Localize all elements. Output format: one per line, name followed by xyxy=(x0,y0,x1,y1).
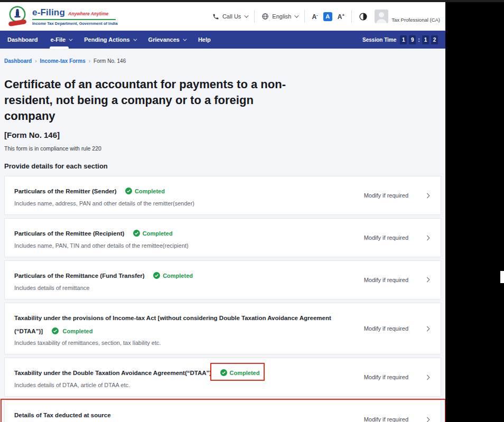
section-row-taxability-ita[interactable]: Taxability under the provisions of Incom… xyxy=(4,303,441,355)
govt-emblem-icon xyxy=(7,5,27,27)
nav-pending-actions[interactable]: Pending Actions xyxy=(78,31,142,49)
nav-grievances[interactable]: Grievances xyxy=(142,31,192,49)
section-description: Includes name, PAN, TIN and other detail… xyxy=(14,242,359,249)
section-title: Taxability under the Double Taxation Avo… xyxy=(14,370,211,376)
breadcrumb-separator: › xyxy=(89,58,90,64)
section-row-tds[interactable]: Details of Tax deducted at source Includ… xyxy=(4,400,441,422)
session-colon: : xyxy=(418,36,420,43)
divider xyxy=(351,10,352,23)
check-circle-icon xyxy=(125,187,132,194)
section-title: Particulars of the Remittance (Fund Tran… xyxy=(14,273,145,279)
chevron-down-icon xyxy=(133,37,137,41)
efiling-portal-window: e-Filing Anywhere Anytime Income Tax Dep… xyxy=(0,2,445,422)
breadcrumb-current: Form No. 146 xyxy=(94,58,126,64)
session-digit: 9 xyxy=(409,35,416,44)
user-menu[interactable]: Tax Professional (CA) xyxy=(375,10,440,23)
modify-link[interactable]: Modify if required xyxy=(364,192,408,199)
compliance-note: This form is in compliance with rule 220 xyxy=(4,145,441,152)
check-circle-icon xyxy=(133,230,140,237)
font-default-button[interactable]: A xyxy=(323,12,332,21)
check-circle-icon xyxy=(220,369,227,376)
session-timer-label: Session Time xyxy=(362,37,396,43)
section-row-remittance[interactable]: Particulars of the Remittance (Fund Tran… xyxy=(4,260,441,299)
sections-heading: Provide details for each section xyxy=(4,162,441,170)
section-list: Particulars of the Remitter (Sender) Com… xyxy=(4,176,441,422)
contrast-icon xyxy=(359,12,368,21)
status-badge: Completed xyxy=(125,188,165,194)
divider xyxy=(254,10,255,23)
scrollbar-marker xyxy=(500,271,504,283)
nav-efile[interactable]: e-File xyxy=(44,31,78,49)
modify-link[interactable]: Modify if required xyxy=(364,416,408,422)
status-badge: Completed xyxy=(52,328,93,334)
check-circle-icon xyxy=(52,327,59,334)
section-description: Includes details of DTAA, article of DTA… xyxy=(14,382,359,388)
breadcrumb-separator: › xyxy=(35,58,36,64)
person-icon xyxy=(375,11,388,23)
chevron-down-icon xyxy=(69,37,73,41)
modify-link[interactable]: Modify if required xyxy=(364,235,408,241)
nav-help[interactable]: Help xyxy=(192,31,217,49)
chevron-right-icon[interactable] xyxy=(425,374,430,380)
chevron-down-icon xyxy=(295,13,299,17)
chevron-right-icon[interactable] xyxy=(425,193,430,198)
breadcrumb-income-tax-forms[interactable]: Income-tax Forms xyxy=(40,58,86,64)
site-header: e-Filing Anywhere Anytime Income Tax Dep… xyxy=(0,2,445,31)
breadcrumb-dashboard[interactable]: Dashboard xyxy=(4,58,32,64)
breadcrumb: Dashboard › Income-tax Forms › Form No. … xyxy=(4,58,441,64)
session-digit: 1 xyxy=(422,35,429,44)
nav-dashboard[interactable]: Dashboard xyxy=(7,31,44,49)
font-increase-button[interactable]: A+ xyxy=(338,13,344,21)
brand-tagline: Anywhere Anytime xyxy=(68,11,108,16)
divider xyxy=(304,10,305,23)
page-title: Certificate of an accountant for payment… xyxy=(4,77,303,124)
section-description: Includes details of remittance xyxy=(14,285,359,291)
language-label: English xyxy=(272,13,291,20)
brand-name: e-Filing xyxy=(32,7,65,18)
avatar xyxy=(375,10,388,23)
section-row-remitter[interactable]: Particulars of the Remitter (Sender) Com… xyxy=(4,176,441,215)
section-description: Includes taxability of remittances, sect… xyxy=(14,340,359,346)
user-label: Tax Professional (CA) xyxy=(391,17,440,23)
contrast-toggle[interactable] xyxy=(359,12,368,21)
chevron-down-icon xyxy=(245,13,249,17)
section-description: Includes name, address, PAN and other de… xyxy=(14,200,359,207)
session-digit: 2 xyxy=(431,35,438,44)
section-title: Details of Tax deducted at source xyxy=(14,412,111,418)
section-title: Particulars of the Remittee (Recipient) xyxy=(14,230,124,237)
section-row-remittee[interactable]: Particulars of the Remittee (Recipient) … xyxy=(4,218,441,257)
font-decrease-button[interactable]: A- xyxy=(312,13,318,21)
chevron-right-icon[interactable] xyxy=(425,277,430,283)
main-navigation: Dashboard e-File Pending Actions Grievan… xyxy=(0,31,445,49)
chevron-right-icon[interactable] xyxy=(425,326,430,331)
status-badge: Completed xyxy=(133,230,173,237)
form-number: [Form No. 146] xyxy=(4,130,441,139)
chevron-right-icon[interactable] xyxy=(425,417,430,422)
globe-icon xyxy=(262,13,269,20)
section-title: Particulars of the Remitter (Sender) xyxy=(14,188,117,194)
call-us-menu[interactable]: Call Us xyxy=(212,13,247,20)
session-digit: 1 xyxy=(400,35,407,44)
check-circle-icon xyxy=(153,272,160,279)
section-row-taxability-dtaa[interactable]: Taxability under the Double Taxation Avo… xyxy=(4,358,441,397)
modify-link[interactable]: Modify if required xyxy=(364,325,408,332)
phone-icon xyxy=(212,13,219,20)
brand-underline xyxy=(32,19,116,20)
header-controls: Call Us English A- A A+ xyxy=(212,10,440,23)
brand-subtitle: Income Tax Department, Government of Ind… xyxy=(32,21,118,26)
site-logo[interactable]: e-Filing Anywhere Anytime Income Tax Dep… xyxy=(7,5,118,27)
brand-text: e-Filing Anywhere Anytime Income Tax Dep… xyxy=(32,7,118,26)
status-badge: Completed xyxy=(153,273,193,279)
call-us-label: Call Us xyxy=(222,13,241,20)
chevron-down-icon xyxy=(183,37,186,41)
session-timer: Session Time 1 9 : 1 2 xyxy=(362,31,438,49)
active-tab-indicator xyxy=(50,46,69,49)
status-badge: Completed xyxy=(220,370,260,376)
chevron-right-icon[interactable] xyxy=(425,235,430,240)
modify-link[interactable]: Modify if required xyxy=(364,277,408,283)
language-menu[interactable]: English xyxy=(262,13,297,20)
font-size-controls: A- A A+ xyxy=(312,12,344,21)
page-content: Dashboard › Income-tax Forms › Form No. … xyxy=(0,58,445,422)
modify-link[interactable]: Modify if required xyxy=(364,374,408,380)
